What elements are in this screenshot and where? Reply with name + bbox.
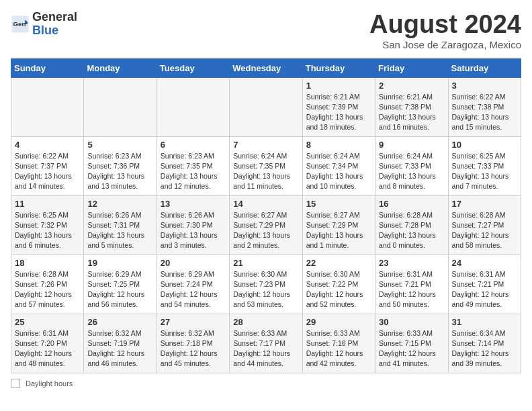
calendar-cell: 29Sunrise: 6:33 AM Sunset: 7:16 PM Dayli… [302,314,375,373]
calendar-cell: 28Sunrise: 6:33 AM Sunset: 7:17 PM Dayli… [230,314,302,373]
weekday-header: Saturday [448,58,521,77]
calendar-week-row: 18Sunrise: 6:28 AM Sunset: 7:26 PM Dayli… [11,255,521,314]
calendar-week-row: 4Sunrise: 6:22 AM Sunset: 7:37 PM Daylig… [11,136,521,195]
day-info: Sunrise: 6:24 AM Sunset: 7:35 PM Dayligh… [233,151,298,192]
day-number: 23 [379,258,444,268]
day-number: 9 [379,140,444,150]
logo-general: General [32,11,77,24]
calendar-cell: 19Sunrise: 6:29 AM Sunset: 7:25 PM Dayli… [84,255,157,314]
day-info: Sunrise: 6:28 AM Sunset: 7:27 PM Dayligh… [452,210,517,251]
legend-label: Daylight hours [26,379,73,387]
day-number: 18 [15,258,80,268]
calendar-cell: 8Sunrise: 6:24 AM Sunset: 7:34 PM Daylig… [302,136,375,195]
calendar-cell: 6Sunrise: 6:23 AM Sunset: 7:35 PM Daylig… [157,136,229,195]
legend-box [11,379,20,388]
day-info: Sunrise: 6:27 AM Sunset: 7:29 PM Dayligh… [233,210,298,251]
day-info: Sunrise: 6:30 AM Sunset: 7:22 PM Dayligh… [306,269,371,310]
day-info: Sunrise: 6:24 AM Sunset: 7:33 PM Dayligh… [379,151,444,192]
day-info: Sunrise: 6:28 AM Sunset: 7:26 PM Dayligh… [15,269,80,310]
day-number: 27 [161,317,226,327]
weekday-header: Monday [84,58,157,77]
day-number: 19 [87,258,152,268]
day-info: Sunrise: 6:28 AM Sunset: 7:28 PM Dayligh… [379,210,444,251]
calendar-cell: 24Sunrise: 6:31 AM Sunset: 7:21 PM Dayli… [448,255,521,314]
calendar-cell: 1Sunrise: 6:21 AM Sunset: 7:39 PM Daylig… [302,77,375,136]
day-number: 8 [306,140,371,150]
calendar-cell: 10Sunrise: 6:25 AM Sunset: 7:33 PM Dayli… [448,136,521,195]
weekday-header: Friday [375,58,448,77]
weekday-header: Sunday [11,58,84,77]
day-number: 11 [15,199,80,209]
day-number: 4 [15,140,80,150]
day-number: 25 [15,317,80,327]
calendar-week-row: 11Sunrise: 6:25 AM Sunset: 7:32 PM Dayli… [11,195,521,255]
day-number: 26 [87,317,152,327]
calendar-cell: 27Sunrise: 6:32 AM Sunset: 7:18 PM Dayli… [157,314,229,373]
day-info: Sunrise: 6:33 AM Sunset: 7:15 PM Dayligh… [379,328,444,369]
location: San Jose de Zaragoza, Mexico [369,39,521,50]
day-number: 17 [452,199,517,209]
day-number: 1 [306,81,371,91]
day-info: Sunrise: 6:22 AM Sunset: 7:37 PM Dayligh… [15,151,80,192]
day-number: 15 [306,199,371,209]
day-info: Sunrise: 6:21 AM Sunset: 7:38 PM Dayligh… [379,92,444,133]
calendar-cell: 30Sunrise: 6:33 AM Sunset: 7:15 PM Dayli… [375,314,448,373]
day-info: Sunrise: 6:34 AM Sunset: 7:14 PM Dayligh… [452,328,517,369]
page-container: Gen General Blue August 2024 San Jose de… [11,11,521,388]
legend-area: Daylight hours [11,379,521,388]
day-number: 10 [452,140,517,150]
day-info: Sunrise: 6:26 AM Sunset: 7:31 PM Dayligh… [87,210,152,251]
calendar-week-row: 1Sunrise: 6:21 AM Sunset: 7:39 PM Daylig… [11,77,521,136]
calendar-cell: 18Sunrise: 6:28 AM Sunset: 7:26 PM Dayli… [11,255,84,314]
calendar-cell: 20Sunrise: 6:29 AM Sunset: 7:24 PM Dayli… [157,255,229,314]
svg-text:Gen: Gen [13,20,26,28]
calendar-cell: 15Sunrise: 6:27 AM Sunset: 7:29 PM Dayli… [302,195,375,255]
day-info: Sunrise: 6:26 AM Sunset: 7:30 PM Dayligh… [161,210,226,251]
header: Gen General Blue August 2024 San Jose de… [11,11,521,50]
day-info: Sunrise: 6:23 AM Sunset: 7:36 PM Dayligh… [87,151,152,192]
day-number: 16 [379,199,444,209]
calendar-cell: 4Sunrise: 6:22 AM Sunset: 7:37 PM Daylig… [11,136,84,195]
calendar-cell: 26Sunrise: 6:32 AM Sunset: 7:19 PM Dayli… [84,314,157,373]
calendar-cell [84,77,157,136]
logo-text: General Blue [32,11,77,38]
calendar-table: SundayMondayTuesdayWednesdayThursdayFrid… [11,58,521,373]
calendar-cell: 2Sunrise: 6:21 AM Sunset: 7:38 PM Daylig… [375,77,448,136]
calendar-cell: 14Sunrise: 6:27 AM Sunset: 7:29 PM Dayli… [230,195,302,255]
day-info: Sunrise: 6:25 AM Sunset: 7:32 PM Dayligh… [15,210,80,251]
day-number: 31 [452,317,517,327]
day-info: Sunrise: 6:21 AM Sunset: 7:39 PM Dayligh… [306,92,371,133]
calendar-cell [230,77,302,136]
calendar-week-row: 25Sunrise: 6:31 AM Sunset: 7:20 PM Dayli… [11,314,521,373]
calendar-cell: 17Sunrise: 6:28 AM Sunset: 7:27 PM Dayli… [448,195,521,255]
day-number: 6 [161,140,226,150]
calendar-cell: 13Sunrise: 6:26 AM Sunset: 7:30 PM Dayli… [157,195,229,255]
day-info: Sunrise: 6:25 AM Sunset: 7:33 PM Dayligh… [452,151,517,192]
weekday-header-row: SundayMondayTuesdayWednesdayThursdayFrid… [11,58,521,77]
day-number: 29 [306,317,371,327]
calendar-cell: 21Sunrise: 6:30 AM Sunset: 7:23 PM Dayli… [230,255,302,314]
day-number: 24 [452,258,517,268]
calendar-cell: 5Sunrise: 6:23 AM Sunset: 7:36 PM Daylig… [84,136,157,195]
logo: Gen General Blue [11,11,77,38]
calendar-cell [11,77,84,136]
logo-blue: Blue [32,24,77,38]
calendar-cell: 3Sunrise: 6:22 AM Sunset: 7:38 PM Daylig… [448,77,521,136]
calendar-cell: 16Sunrise: 6:28 AM Sunset: 7:28 PM Dayli… [375,195,448,255]
calendar-cell: 12Sunrise: 6:26 AM Sunset: 7:31 PM Dayli… [84,195,157,255]
weekday-header: Tuesday [157,58,229,77]
day-number: 14 [233,199,298,209]
day-info: Sunrise: 6:31 AM Sunset: 7:21 PM Dayligh… [379,269,444,310]
day-number: 3 [452,81,517,91]
day-number: 20 [161,258,226,268]
title-area: August 2024 San Jose de Zaragoza, Mexico [369,11,521,50]
day-number: 2 [379,81,444,91]
day-number: 13 [161,199,226,209]
day-info: Sunrise: 6:27 AM Sunset: 7:29 PM Dayligh… [306,210,371,251]
day-info: Sunrise: 6:33 AM Sunset: 7:17 PM Dayligh… [233,328,298,369]
logo-icon: Gen [11,15,30,34]
day-number: 30 [379,317,444,327]
day-info: Sunrise: 6:31 AM Sunset: 7:20 PM Dayligh… [15,328,80,369]
day-number: 22 [306,258,371,268]
day-info: Sunrise: 6:29 AM Sunset: 7:25 PM Dayligh… [87,269,152,310]
